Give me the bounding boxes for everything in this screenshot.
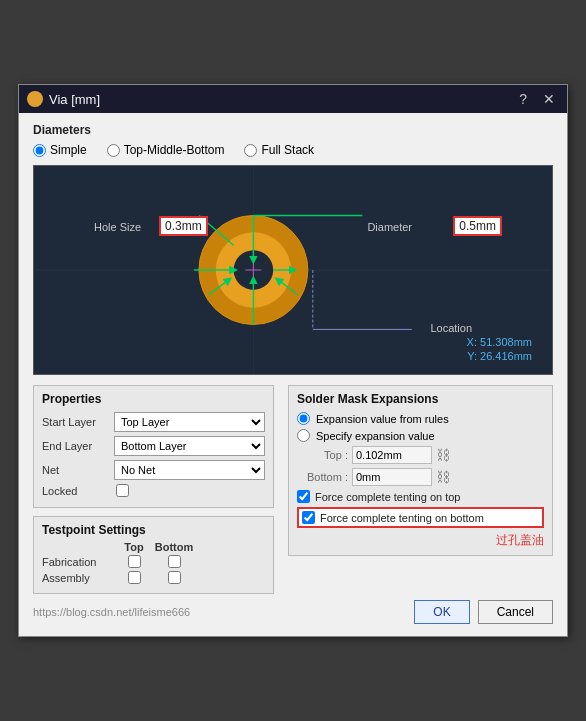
testpoint-header: Top Bottom bbox=[42, 541, 265, 553]
solder-mask-title: Solder Mask Expansions bbox=[297, 392, 544, 406]
two-col-section: Properties Start Layer Top Layer Bottom … bbox=[33, 385, 553, 594]
bottom-area: https://blog.csdn.net/lifeisme666 OK Can… bbox=[33, 594, 553, 626]
start-layer-row: Start Layer Top Layer Bottom Layer bbox=[42, 412, 265, 432]
dialog-body: Diameters Simple Top-Middle-Bottom Full … bbox=[19, 113, 567, 636]
watermark: https://blog.csdn.net/lifeisme666 bbox=[33, 606, 190, 618]
location-label: Location bbox=[430, 322, 472, 334]
top-middle-bottom-radio-item[interactable]: Top-Middle-Bottom bbox=[107, 143, 225, 157]
bottom-field-label: Bottom : bbox=[297, 471, 352, 483]
assembly-top-col bbox=[114, 571, 154, 584]
left-col: Properties Start Layer Top Layer Bottom … bbox=[33, 385, 274, 594]
locked-label: Locked bbox=[42, 485, 114, 497]
net-row: Net No Net bbox=[42, 460, 265, 480]
specify-expansion-label: Specify expansion value bbox=[316, 430, 435, 442]
diameter-label: Diameter bbox=[367, 221, 412, 233]
properties-section: Properties Start Layer Top Layer Bottom … bbox=[33, 385, 274, 508]
fabrication-top-col bbox=[114, 555, 154, 568]
net-label: Net bbox=[42, 464, 114, 476]
ok-button[interactable]: OK bbox=[414, 600, 469, 624]
assembly-label: Assembly bbox=[42, 572, 114, 584]
properties-title: Properties bbox=[42, 392, 265, 406]
bottom-value-input[interactable]: 0mm bbox=[352, 468, 432, 486]
end-layer-row: End Layer Top Layer Bottom Layer bbox=[42, 436, 265, 456]
diameter-radio-group: Simple Top-Middle-Bottom Full Stack bbox=[33, 143, 553, 157]
tenting-bottom-label: Force complete tenting on bottom bbox=[320, 512, 484, 524]
title-bar: Via [mm] ? ✕ bbox=[19, 85, 567, 113]
fabrication-label: Fabrication bbox=[42, 556, 114, 568]
dialog-title: Via [mm] bbox=[49, 92, 100, 107]
tenting-top-label: Force complete tenting on top bbox=[315, 491, 461, 503]
tenting-top-checkbox[interactable] bbox=[297, 490, 310, 503]
expansion-from-rules-row[interactable]: Expansion value from rules bbox=[297, 412, 544, 425]
fabrication-bottom-checkbox[interactable] bbox=[168, 555, 181, 568]
top-field-row: Top : 0.102mm ⛓ bbox=[297, 446, 544, 464]
chain-icon-top: ⛓ bbox=[436, 447, 450, 463]
top-middle-bottom-label: Top-Middle-Bottom bbox=[124, 143, 225, 157]
locked-row: Locked bbox=[42, 484, 265, 497]
testpoint-title: Testpoint Settings bbox=[42, 523, 265, 537]
specify-expansion-radio[interactable] bbox=[297, 429, 310, 442]
testpoint-bottom-col: Bottom bbox=[154, 541, 194, 553]
tenting-bottom-checkbox[interactable] bbox=[302, 511, 315, 524]
fabrication-row: Fabrication bbox=[42, 555, 265, 568]
start-layer-label: Start Layer bbox=[42, 416, 114, 428]
diameter-value[interactable]: 0.5mm bbox=[453, 216, 502, 236]
hole-size-value[interactable]: 0.3mm bbox=[159, 216, 208, 236]
top-middle-bottom-radio[interactable] bbox=[107, 144, 120, 157]
location-x: X: 51.308mm bbox=[467, 336, 532, 348]
diameters-header: Diameters bbox=[33, 123, 553, 137]
top-field-label: Top : bbox=[297, 449, 352, 461]
full-stack-radio[interactable] bbox=[244, 144, 257, 157]
expansion-from-rules-radio[interactable] bbox=[297, 412, 310, 425]
fabrication-bottom-col bbox=[154, 555, 194, 568]
dialog-icon bbox=[27, 91, 43, 107]
hole-size-label: Hole Size bbox=[94, 221, 141, 233]
close-button[interactable]: ✕ bbox=[539, 92, 559, 106]
location-y: Y: 26.416mm bbox=[467, 350, 532, 362]
cancel-button[interactable]: Cancel bbox=[478, 600, 553, 624]
via-dialog: Via [mm] ? ✕ Diameters Simple Top-Middle… bbox=[18, 84, 568, 637]
net-select[interactable]: No Net bbox=[114, 460, 265, 480]
assembly-bottom-col bbox=[154, 571, 194, 584]
canvas-area: Hole Size 0.3mm Diameter 0.5mm Location … bbox=[33, 165, 553, 375]
end-layer-select[interactable]: Top Layer Bottom Layer bbox=[114, 436, 265, 456]
assembly-row: Assembly bbox=[42, 571, 265, 584]
tenting-top-row: Force complete tenting on top bbox=[297, 490, 544, 503]
simple-label: Simple bbox=[50, 143, 87, 157]
testpoint-section: Testpoint Settings Top Bottom Fabricatio… bbox=[33, 516, 274, 594]
fabrication-top-checkbox[interactable] bbox=[128, 555, 141, 568]
locked-checkbox[interactable] bbox=[116, 484, 129, 497]
testpoint-top-col: Top bbox=[114, 541, 154, 553]
chain-icon-bottom: ⛓ bbox=[436, 469, 450, 485]
title-bar-left: Via [mm] bbox=[27, 91, 100, 107]
assembly-top-checkbox[interactable] bbox=[128, 571, 141, 584]
expansion-from-rules-label: Expansion value from rules bbox=[316, 413, 449, 425]
tenting-bottom-row: Force complete tenting on bottom bbox=[297, 507, 544, 528]
help-button[interactable]: ? bbox=[515, 92, 531, 106]
right-col: Solder Mask Expansions Expansion value f… bbox=[288, 385, 553, 594]
full-stack-radio-item[interactable]: Full Stack bbox=[244, 143, 314, 157]
specify-expansion-row[interactable]: Specify expansion value bbox=[297, 429, 544, 442]
top-value-input[interactable]: 0.102mm bbox=[352, 446, 432, 464]
simple-radio-item[interactable]: Simple bbox=[33, 143, 87, 157]
chinese-annotation: 过孔盖油 bbox=[496, 532, 544, 549]
assembly-bottom-checkbox[interactable] bbox=[168, 571, 181, 584]
bottom-field-row: Bottom : 0mm ⛓ bbox=[297, 468, 544, 486]
solder-mask-section: Solder Mask Expansions Expansion value f… bbox=[288, 385, 553, 556]
full-stack-label: Full Stack bbox=[261, 143, 314, 157]
title-bar-controls: ? ✕ bbox=[515, 92, 559, 106]
simple-radio[interactable] bbox=[33, 144, 46, 157]
end-layer-label: End Layer bbox=[42, 440, 114, 452]
start-layer-select[interactable]: Top Layer Bottom Layer bbox=[114, 412, 265, 432]
